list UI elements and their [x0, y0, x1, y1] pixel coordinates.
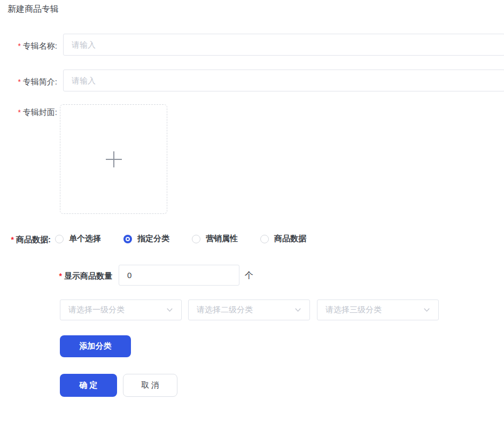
add-category-button[interactable]: 添加分类 — [60, 335, 131, 357]
required-asterisk: * — [59, 272, 62, 280]
album-intro-label: *专辑简介: — [0, 76, 57, 87]
album-cover-label: *专辑封面: — [0, 107, 57, 118]
chevron-down-icon — [294, 306, 301, 313]
category-level2-select[interactable]: 请选择二级分类 — [188, 299, 310, 320]
required-asterisk: * — [18, 42, 20, 50]
confirm-button[interactable]: 确 定 — [60, 374, 117, 397]
album-name-input[interactable] — [63, 34, 504, 56]
category-level1-select[interactable]: 请选择一级分类 — [60, 299, 182, 320]
display-count-label: *显示商品数量 — [0, 271, 112, 281]
count-unit-label: 个 — [245, 270, 253, 281]
new-album-form-page: 新建商品专辑 *专辑名称: *专辑简介: *专辑封面: *商品数据: 单个选择 … — [0, 0, 504, 438]
chevron-down-icon — [423, 306, 430, 313]
radio-circle-icon — [260, 235, 269, 243]
plus-icon — [106, 151, 122, 167]
radio-circle-selected-icon — [123, 235, 132, 243]
radio-marketing-attribute[interactable]: 营销属性 — [192, 234, 238, 244]
cover-upload-box[interactable] — [60, 104, 167, 214]
album-name-label: *专辑名称: — [0, 41, 57, 51]
radio-circle-icon — [192, 235, 200, 243]
category-level3-select[interactable]: 请选择三级分类 — [317, 299, 439, 320]
product-data-radio-group: 单个选择 指定分类 营销属性 商品数据 — [55, 234, 306, 244]
display-count-input[interactable] — [119, 265, 239, 286]
radio-single-select[interactable]: 单个选择 — [55, 234, 101, 244]
page-title: 新建商品专辑 — [7, 4, 59, 15]
radio-product-data[interactable]: 商品数据 — [260, 234, 306, 244]
radio-specified-category[interactable]: 指定分类 — [123, 234, 169, 244]
required-asterisk: * — [18, 108, 20, 117]
album-intro-input[interactable] — [63, 70, 504, 91]
required-asterisk: * — [18, 78, 20, 86]
cancel-button[interactable]: 取 消 — [123, 374, 177, 397]
product-data-label: *商品数据: — [0, 234, 51, 245]
required-asterisk: * — [11, 235, 14, 244]
radio-circle-icon — [55, 235, 64, 243]
chevron-down-icon — [166, 306, 173, 313]
